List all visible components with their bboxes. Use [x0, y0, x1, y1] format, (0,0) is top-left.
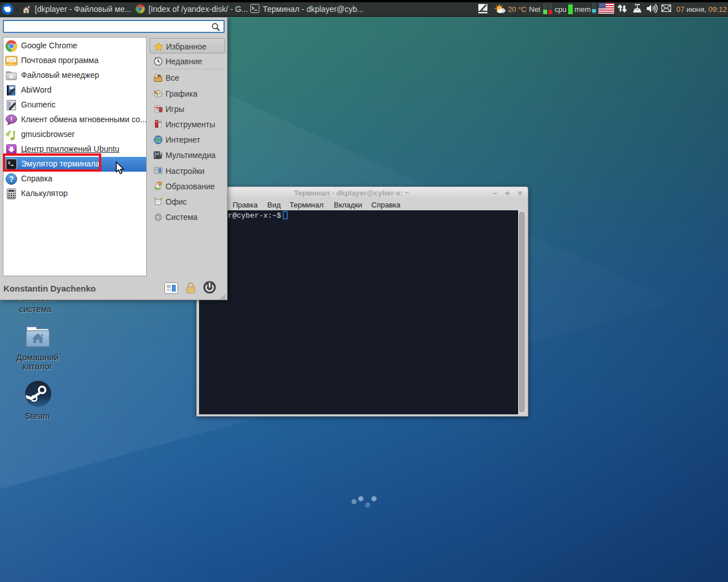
svg-text:!: !: [10, 116, 13, 123]
svg-text:?: ?: [9, 174, 14, 184]
